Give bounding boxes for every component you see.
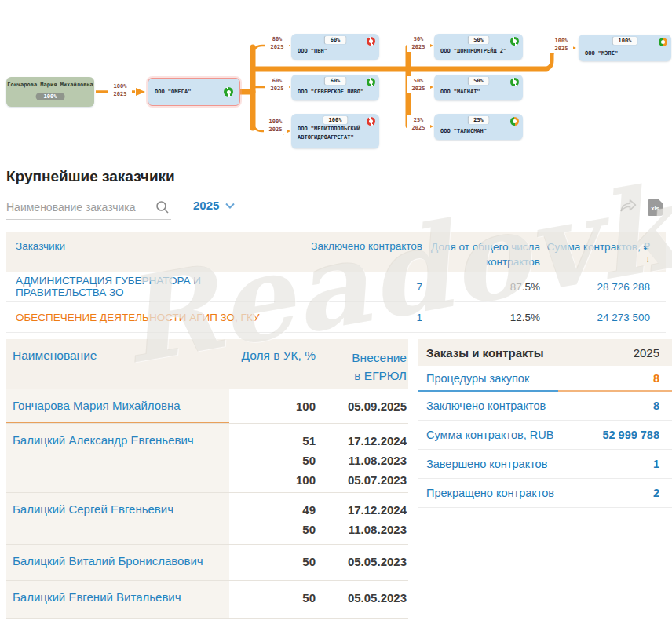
orders-title: Заказы и контракты <box>426 346 544 360</box>
sort-desc-icon: ↓ <box>645 254 650 265</box>
col-header-sum[interactable]: Сумма контрактов, ₽ ↓ <box>540 240 666 272</box>
excel-label: xls <box>648 205 663 212</box>
share-value: 50 <box>229 552 316 571</box>
entry-date: 05.05.2023 <box>316 552 408 571</box>
orders-row-link[interactable]: Завершено контрактов <box>426 458 547 470</box>
orders-row-value: 8 <box>653 400 659 412</box>
customers-table-header: Заказчики Заключено контрактов Доля от о… <box>6 232 666 272</box>
year-dropdown[interactable]: 2025 <box>193 199 235 212</box>
company-node-talisman[interactable]: 25% ООО "ТАЛИСМАН" <box>434 114 523 140</box>
contracts-count: 1 <box>289 312 422 323</box>
customer-link[interactable]: АДМИНИСТРАЦИЯ ГУБЕРНАТОРА И ПРАВИТЕЛЬСТВ… <box>6 275 289 298</box>
company-name: ООО "МАГНАТ" <box>440 88 509 97</box>
shareholder-link[interactable]: Балицкий Виталий Брониславович <box>6 545 229 580</box>
excel-export-icon[interactable]: xls <box>648 199 663 216</box>
customers-controls: 2025 xls <box>6 196 666 223</box>
table-row: Балицкий Сергей Евгеньевич 4917.12.2024 … <box>6 493 408 545</box>
col-header-customers: Заказчики <box>6 240 289 272</box>
edge-label: 50%2025 <box>407 76 430 93</box>
col-header-date: Внесениев ЕГРЮЛ <box>316 339 408 389</box>
ownership-badge: 50% <box>468 36 489 44</box>
status-ring-icon <box>510 37 519 46</box>
table-row: Балицкий Александр Евгеньевич 5117.12.20… <box>6 424 408 493</box>
ownership-badge: 100% <box>323 116 348 124</box>
company-node-magnat[interactable]: 50% ООО "МАГНАТ" <box>434 75 523 100</box>
customers-table: Заказчики Заключено контрактов Доля от о… <box>6 232 666 333</box>
status-ring-icon <box>367 117 375 126</box>
edge-label: 80%2025 <box>265 35 289 52</box>
table-row: Гончарова Мария Михайловна 10005.09.2025 <box>6 389 408 424</box>
table-row: АДМИНИСТРАЦИЯ ГУБЕРНАТОРА И ПРАВИТЕЛЬСТВ… <box>6 272 666 302</box>
shareholder-link[interactable]: Балицкий Евгений Витальевич <box>6 581 229 618</box>
contracts-share: 87.5% <box>422 281 540 293</box>
share-value: 50 <box>229 588 316 608</box>
share-value: 50 <box>229 451 316 470</box>
active-underline <box>418 390 672 392</box>
company-node-pvn[interactable]: 60% ООО "ПВН" <box>291 34 379 60</box>
ownership-diagram: 100%2025 80%2025 60%2025 100%2025 50%202… <box>0 0 672 161</box>
share-value: 49 <box>229 500 316 520</box>
orders-active-row: Процедуры закупок 8 <box>418 366 672 390</box>
shareholder-link[interactable]: Балицкий Александр Евгеньевич <box>6 424 229 492</box>
search-box <box>6 196 171 220</box>
orders-row-link[interactable]: Сумма контрактов, RUB <box>426 429 553 441</box>
status-ring-icon <box>659 38 667 46</box>
orders-year: 2025 <box>634 346 659 360</box>
ownership-badge: 25% <box>468 116 489 124</box>
orders-row: Сумма контрактов, RUB 52 999 788 <box>418 421 672 450</box>
entry-date: 17.12.2024 <box>316 500 408 520</box>
shareholders-header: Наименование Доля в УК, % Внесениев ЕГРЮ… <box>6 339 408 389</box>
edge-label: 25%2025 <box>407 115 430 133</box>
orders-row-link[interactable]: Заключено контрактов <box>426 400 546 412</box>
search-input[interactable] <box>6 196 148 218</box>
person-node[interactable]: Гончарова Мария Михайловна 100% <box>6 77 94 107</box>
table-row: Балицкий Виталий Брониславович 5005.05.2… <box>6 545 408 581</box>
search-icon[interactable] <box>155 200 170 217</box>
orders-row: Завершено контрактов 1 <box>418 450 672 479</box>
share-icon[interactable] <box>619 198 637 217</box>
share-value: 100 <box>229 396 316 416</box>
customer-link[interactable]: ОБЕСПЕЧЕНИЕ ДЕЯТЕЛЬНОСТИ АГИП ЗО, ГКУ <box>6 312 289 323</box>
company-node-melitopolsky[interactable]: 100% ООО "МЕЛИТОПОЛЬСКИЙ АВТОГИДРОАГРЕГА… <box>291 114 379 148</box>
entry-date: 11.08.2023 <box>316 451 408 470</box>
orders-panel: Заказы и контракты 2025 Процедуры закупо… <box>418 339 672 508</box>
company-node-donpromtrade[interactable]: 50% ООО "ДОНПРОМТРЕЙД 2" <box>434 34 523 60</box>
year-value: 2025 <box>193 199 219 212</box>
orders-row: Прекращено контрактов 2 <box>418 479 672 508</box>
company-name: ООО "ОМЕГА" <box>155 88 225 97</box>
person-name: Гончарова Мария Михайловна <box>6 82 94 88</box>
company-node-omega[interactable]: ООО "ОМЕГА" <box>148 78 240 106</box>
company-node-severskoe-pivo[interactable]: 60% ООО "СЕВЕРСКОЕ ПИВО" <box>291 75 379 100</box>
company-name: ООО "МЭПС" <box>585 49 657 58</box>
company-name: ООО "ПВН" <box>298 47 365 56</box>
entry-date: 11.08.2023 <box>316 520 408 539</box>
share-value: 100 <box>229 470 316 490</box>
entry-date: 05.09.2025 <box>316 396 408 416</box>
ownership-badge: 100% <box>36 93 65 100</box>
shareholder-link[interactable]: Балицкий Сергей Евгеньевич <box>6 493 229 544</box>
ownership-badge: 50% <box>468 77 489 85</box>
company-name: ООО "ТАЛИСМАН" <box>440 127 509 136</box>
status-ring-icon <box>367 37 375 46</box>
col-header-name: Наименование <box>6 339 229 389</box>
company-node-meps[interactable]: 100% ООО "МЭПС" <box>579 35 671 61</box>
orders-row-value: 1 <box>653 458 659 470</box>
edge-label: 100%2025 <box>264 117 287 134</box>
table-row: ОБЕСПЕЧЕНИЕ ДЕЯТЕЛЬНОСТИ АГИП ЗО, ГКУ 1 … <box>6 302 666 333</box>
orders-row-value: 2 <box>653 487 659 499</box>
chevron-down-icon <box>225 203 235 209</box>
edge-label: 100%2025 <box>108 82 132 99</box>
procurement-procedures-link[interactable]: Процедуры закупок <box>426 372 529 385</box>
share-value: 50 <box>229 520 316 539</box>
company-name: ООО "МЕЛИТОПОЛЬСКИЙ АВТОГИДРОАГРЕГАТ" <box>298 125 365 142</box>
status-ring-icon <box>367 78 375 86</box>
contracts-sum: 24 273 500 <box>540 312 666 323</box>
table-row: Балицкий Евгений Витальевич 5005.05.2023 <box>6 581 408 619</box>
entry-date: 05.07.2023 <box>316 470 408 490</box>
share-value: 51 <box>229 431 316 451</box>
shareholder-link[interactable]: Гончарова Мария Михайловна <box>6 389 229 423</box>
procurement-procedures-value: 8 <box>653 372 659 385</box>
orders-row: Заключено контрактов 8 <box>418 392 672 421</box>
edge-label: 50%2025 <box>407 35 430 52</box>
orders-row-link[interactable]: Прекращено контрактов <box>426 487 554 499</box>
